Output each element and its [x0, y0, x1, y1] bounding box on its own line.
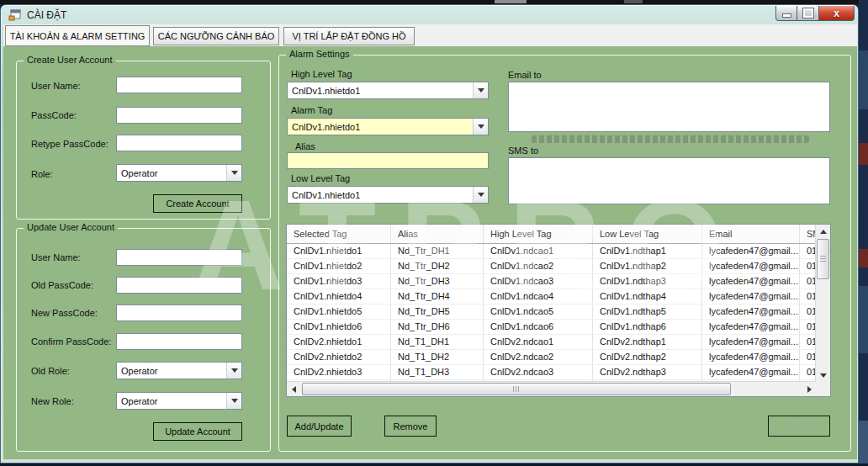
tab-label: TÀI KHOẢN & ALARM SETTING: [10, 31, 146, 41]
new-passcode-label: New PassCode:: [31, 308, 98, 318]
window-title: CÀI ĐẶT: [27, 9, 66, 21]
cell-alias: Nd_Ttr_DH6: [391, 320, 484, 334]
cell-high-level-tag: CnlDv1.ndcao5: [484, 304, 593, 319]
cell-high-level-tag: CnlDv2.ndcao3: [484, 365, 593, 379]
column-header-email[interactable]: Email: [702, 225, 800, 243]
alarm-tag-select[interactable]: CnlDv1.nhietdo1: [287, 118, 489, 135]
cell-selected-tag: CnlDv1.nhietdo3: [287, 274, 391, 289]
button-label: Add/Update: [294, 421, 343, 432]
desktop-edge-segment: [859, 50, 868, 109]
tab-page: Create User Account User Name: PassCode:…: [3, 46, 857, 459]
old-role-label: Old Role:: [31, 366, 70, 376]
maximize-icon: [803, 8, 813, 18]
tab-strip: TÀI KHOẢN & ALARM SETTING CÁC NGƯỠNG CẢN…: [3, 24, 857, 46]
background-fragment: [495, 0, 527, 3]
cell-email: lycafeden47@gmail....: [702, 365, 800, 379]
scroll-left-icon[interactable]: [287, 382, 300, 396]
cell-selected-tag: CnlDv1.nhietdo1: [287, 244, 391, 258]
scroll-down-icon[interactable]: [816, 368, 830, 382]
column-header-sms[interactable]: SMS: [800, 225, 816, 243]
cell-alias: Nd_Ttr_DH3: [391, 274, 484, 289]
app-icon: [8, 8, 22, 22]
table-row[interactable]: CnlDv2.nhietdo1 Nd_T1_DH1 CnlDv2.ndcao1 …: [287, 335, 816, 350]
tab-alarm-thresholds[interactable]: CÁC NGƯỠNG CẢNH BÁO: [153, 27, 279, 45]
low-level-tag-select[interactable]: CnlDv1.nhietdo1: [287, 186, 489, 204]
close-button[interactable]: x: [819, 6, 855, 21]
role-select[interactable]: Operator: [116, 164, 242, 182]
cell-sms: 01: [800, 289, 816, 304]
scroll-up-icon[interactable]: [816, 225, 830, 238]
cell-low-level-tag: CnlDv2.ndthap3: [593, 365, 702, 379]
column-header-low-level-tag[interactable]: Low Level Tag: [593, 225, 702, 243]
create-account-button[interactable]: Create Account: [153, 194, 242, 213]
retype-passcode-field[interactable]: [116, 135, 242, 151]
cell-email: lycafeden47@gmail....: [702, 274, 800, 289]
user-name-label: User Name:: [31, 252, 81, 262]
horizontal-scrollbar[interactable]: [287, 381, 816, 396]
sms-to-field[interactable]: [508, 157, 830, 204]
horizontal-scroll-thumb[interactable]: [302, 383, 731, 395]
vertical-scroll-thumb[interactable]: [817, 239, 829, 279]
table-row[interactable]: CnlDv1.nhietdo3 Nd_Ttr_DH3 CnlDv1.ndcao3…: [287, 274, 816, 289]
table-row[interactable]: CnlDv1.nhietdo1 Nd_Ttr_DH1 CnlDv1.ndcao1…: [287, 244, 816, 259]
new-role-select[interactable]: Operator: [116, 392, 242, 410]
column-header-alias[interactable]: Alias: [391, 225, 484, 243]
old-role-select[interactable]: Operator: [116, 362, 242, 379]
cell-high-level-tag: CnlDv1.ndcao6: [484, 320, 593, 334]
email-to-field[interactable]: [508, 82, 830, 132]
desktop-edge-segment: [859, 249, 868, 267]
minimize-button[interactable]: [775, 6, 797, 21]
vertical-scrollbar[interactable]: [815, 225, 830, 382]
cell-alias: Nd_Ttr_DH5: [391, 304, 484, 319]
cell-selected-tag: CnlDv2.nhietdo1: [287, 335, 391, 349]
scroll-right-icon[interactable]: [802, 382, 816, 396]
update-account-button[interactable]: Update Account: [153, 422, 242, 441]
cell-low-level-tag: CnlDv1.ndthap4: [593, 289, 702, 304]
table-row[interactable]: CnlDv1.nhietdo4 Nd_Ttr_DH4 CnlDv1.ndcao4…: [287, 289, 816, 304]
chevron-down-icon: [473, 82, 488, 98]
user-name-field[interactable]: [116, 77, 242, 93]
cell-selected-tag: CnlDv2.nhietdo3: [287, 365, 391, 379]
table-row[interactable]: CnlDv1.nhietdo2 Nd_Ttr_DH2 CnlDv1.ndcao2…: [287, 259, 816, 274]
tab-meter-locations[interactable]: VỊ TRÍ LẮP ĐẶT ĐỒNG HỒ: [283, 27, 415, 45]
alias-label: Alias: [295, 141, 315, 151]
cell-low-level-tag: CnlDv2.ndthap1: [593, 335, 702, 349]
create-user-account-group: Create User Account User Name: PassCode:…: [16, 61, 271, 220]
table-row[interactable]: CnlDv1.nhietdo5 Nd_Ttr_DH5 CnlDv1.ndcao5…: [287, 304, 816, 320]
scrollbar-corner: [816, 382, 830, 396]
update-user-name-field[interactable]: [116, 249, 242, 266]
passcode-field[interactable]: [116, 107, 242, 124]
alarm-grid: Selected Tag Alias High Level Tag Low Le…: [286, 224, 831, 397]
update-user-account-group: Update User Account User Name: Old PassC…: [16, 228, 271, 452]
cell-selected-tag: CnlDv2.nhietdo2: [287, 350, 391, 364]
new-passcode-field[interactable]: [116, 304, 242, 321]
window-client: TÀI KHOẢN & ALARM SETTING CÁC NGƯỠNG CẢN…: [3, 24, 857, 459]
apply-button[interactable]: APPLY: [768, 416, 830, 437]
cell-sms: 01: [800, 320, 816, 334]
table-row[interactable]: CnlDv2.nhietdo2 Nd_T1_DH2 CnlDv2.ndcao2 …: [287, 350, 816, 365]
column-header-high-level-tag[interactable]: High Level Tag: [484, 225, 593, 243]
table-row[interactable]: CnlDv2.nhietdo3 Nd_T1_DH3 CnlDv2.ndcao3 …: [287, 365, 816, 380]
passcode-label: PassCode:: [31, 110, 77, 120]
alarm-tag-label: Alarm Tag: [291, 105, 332, 115]
old-passcode-field[interactable]: [116, 277, 242, 294]
alias-field[interactable]: [287, 152, 489, 169]
cell-high-level-tag: CnlDv1.ndcao1: [484, 244, 593, 258]
maximize-button[interactable]: [797, 6, 819, 21]
tab-account-alarm-setting[interactable]: TÀI KHOẢN & ALARM SETTING: [5, 25, 150, 46]
close-icon: x: [834, 8, 839, 19]
high-level-tag-select[interactable]: CnlDv1.nhietdo1: [287, 82, 489, 99]
cell-selected-tag: CnlDv1.nhietdo5: [287, 304, 391, 319]
cell-sms: 01: [800, 365, 816, 379]
table-row[interactable]: CnlDv1.nhietdo6 Nd_Ttr_DH6 CnlDv1.ndcao6…: [287, 320, 816, 335]
add-update-button[interactable]: Add/Update: [287, 416, 352, 437]
screen: CÀI ĐẶT x TÀI KHOẢN & ALARM SETTING CÁC …: [0, 0, 868, 466]
confirm-passcode-field[interactable]: [116, 333, 242, 350]
retype-passcode-label: Retype PassCode:: [31, 139, 108, 149]
button-label: Create Account: [166, 199, 229, 209]
column-header-selected-tag[interactable]: Selected Tag: [287, 225, 391, 243]
cell-low-level-tag: CnlDv1.ndthap5: [593, 304, 702, 319]
confirm-passcode-label: Confirm PassCode:: [31, 336, 111, 347]
remove-button[interactable]: Remove: [384, 416, 437, 437]
grid-rows: CnlDv1.nhietdo1 Nd_Ttr_DH1 CnlDv1.ndcao1…: [287, 244, 816, 382]
